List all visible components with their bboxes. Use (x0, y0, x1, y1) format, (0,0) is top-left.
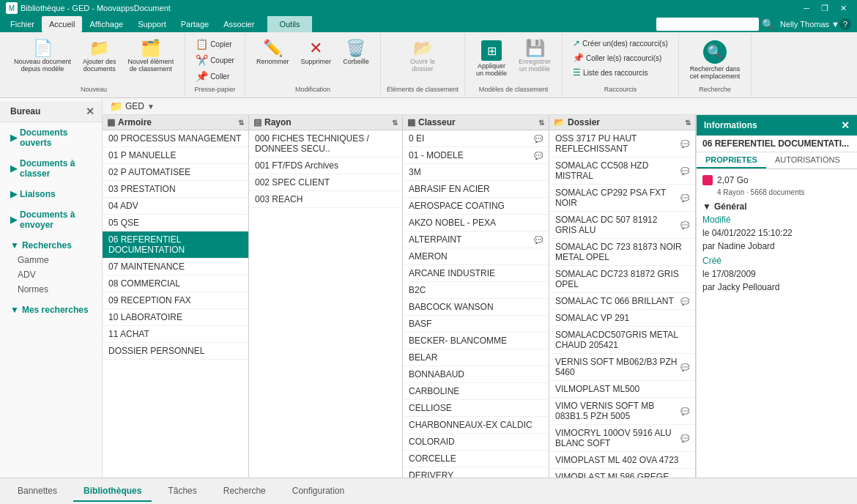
supprimer-btn[interactable]: ✕ Supprimer (295, 37, 336, 69)
classeur-item-01-modele[interactable]: 01 - MODELE 💬 (403, 147, 549, 164)
armoire-item-05[interactable]: 05 QSE (103, 215, 248, 231)
armoire-item-02[interactable]: 02 P AUTOMATISEE (103, 164, 248, 181)
dossier-item-somalac-cp292[interactable]: SOMALAC CP292 PSA FXT NOIR 💬 (549, 185, 695, 212)
armoire-item-04[interactable]: 04 ADV (103, 198, 248, 215)
search-input[interactable] (656, 18, 759, 31)
dossier-item-somalac-dc507[interactable]: SOMALAC DC 507 81912 GRIS ALU 💬 (549, 212, 695, 239)
armoire-item-00[interactable]: 00 PROCESSUS MANAGEMENT (103, 130, 248, 147)
dossier-item-somalac-tc066[interactable]: SOMALAC TC 066 BRILLANT 💬 (549, 293, 695, 310)
dossier-item-vernis-soft[interactable]: VERNIS SOFT MB062/B3 PZH 5460 💬 (549, 354, 695, 381)
search-icon[interactable]: 🔍 (762, 18, 774, 30)
classeur-item-arcane[interactable]: ARCANE INDUSTRIE (403, 265, 549, 282)
rechercher-btn[interactable]: 🔍 Rechercher danscet emplacement (685, 37, 746, 84)
sidebar-item-docs-ouverts[interactable]: ▶ Documents ouverts (0, 125, 102, 150)
armoire-item-dp[interactable]: DOSSIER PERSONNEL (103, 343, 248, 360)
dossier-item-vimocryl[interactable]: VIMOCRYL 100OV 5916 ALU BLANC SOFT 💬 (549, 425, 695, 452)
sidebar-item-liaisons[interactable]: ▶ Liaisons (0, 187, 102, 201)
rayon-item-002[interactable]: 002 SPEC CLIENT (249, 174, 402, 191)
sidebar-item-mes-recherches[interactable]: ▼ Mes recherches (0, 303, 102, 317)
dossier-sort-btn[interactable]: ⇅ (685, 119, 691, 127)
ouvrir-dossier-btn[interactable]: 📂 Ouvrir ledossier (404, 37, 441, 76)
classeur-item-basf[interactable]: BASF (403, 316, 549, 333)
classeur-item-celliose[interactable]: CELLIOSE (403, 400, 549, 417)
info-panel-close-btn[interactable]: ✕ (841, 119, 850, 131)
classeur-item-charbonneaux[interactable]: CHARBONNEAUX-EX CALDIC (403, 417, 549, 434)
copier-btn[interactable]: 📋 Copier (191, 37, 239, 51)
armoire-sort-btn[interactable]: ⇅ (238, 119, 244, 127)
sidebar-item-docs-classer[interactable]: ▶ Documents à classer (0, 156, 102, 181)
classeur-item-alterpaint[interactable]: ALTERPAINT 💬 (403, 231, 549, 248)
dossier-item-somalac-dc723-2[interactable]: SOMALAC DC723 81872 GRIS OPEL (549, 266, 695, 293)
rayon-item-003[interactable]: 003 REACH (249, 191, 402, 208)
rayon-sort-btn[interactable]: ⇅ (392, 119, 398, 127)
bottom-tab-bibliotheques[interactable]: Bibliothèques (73, 481, 152, 502)
minimize-btn[interactable]: ─ (799, 4, 814, 13)
renommer-btn[interactable]: ✏️ Renommer (251, 37, 294, 69)
bottom-tab-bannettes[interactable]: Bannettes (7, 481, 67, 502)
armoire-item-11[interactable]: 11 ACHAT (103, 326, 248, 343)
coller-raccourci-btn[interactable]: 📌 Coller le(s) raccourci(s) (568, 51, 672, 64)
coller-btn[interactable]: 📌 Coller (191, 69, 239, 84)
sidebar-item-adv[interactable]: ADV (0, 267, 102, 282)
ajouter-docs-btn[interactable]: 📁 Ajouter desdocuments (78, 37, 122, 76)
classeur-item-abrasif[interactable]: ABRASIF EN ACIER (403, 181, 549, 198)
nouvel-element-btn[interactable]: 🗂️ Nouvel élémentde classement (123, 37, 179, 76)
help-btn[interactable]: ? (839, 18, 851, 30)
classeur-item-becker[interactable]: BECKER- BLANCOMME (403, 333, 549, 349)
rayon-item-000[interactable]: 000 FICHES TECHNIQUES / DONNEES SECU.. (249, 130, 402, 158)
user-info[interactable]: Nelly Thomas ▼ (780, 20, 839, 29)
classeur-item-carboline[interactable]: CARBOLINE (403, 383, 549, 400)
dossier-item-somalacdc507[interactable]: SOMALACDC507GRIS METAL CHAUD 205421 (549, 327, 695, 354)
close-btn[interactable]: ✕ (836, 4, 851, 13)
sidebar-item-docs-envoyer[interactable]: ▶ Documents à envoyer (0, 207, 102, 232)
classeur-item-akzo[interactable]: AKZO NOBEL - PEXA (403, 215, 549, 231)
restore-btn[interactable]: ❐ (817, 4, 833, 13)
rayon-item-001[interactable]: 001 FT/FDS Archives (249, 158, 402, 174)
menu-partage[interactable]: Partage (174, 16, 217, 32)
classeur-item-3m[interactable]: 3M (403, 164, 549, 181)
dossier-item-somalac-vp291[interactable]: SOMALAC VP 291 (549, 310, 695, 327)
classeur-sort-btn[interactable]: ⇅ (538, 119, 544, 127)
dossier-item-oss3717[interactable]: OSS 3717 PU HAUT REFLECHISSANT 💬 (549, 130, 695, 158)
classeur-item-coloraid[interactable]: COLORAID (403, 434, 549, 451)
menu-accueil[interactable]: Accueil (42, 16, 82, 32)
classeur-item-babcock[interactable]: BABCOCK WANSON (403, 299, 549, 316)
dossier-item-vimoplast-ml402[interactable]: VIMOPLAST ML 402 OVA 4723 (549, 452, 695, 469)
couper-btn[interactable]: ✂️ Couper (191, 53, 239, 67)
dossier-item-somalac-cc508[interactable]: SOMALAC CC508 HZD MISTRAL 💬 (549, 158, 695, 185)
dossier-item-somalac-dc723[interactable]: SOMALAC DC 723 81873 NOIR METAL OPEL (549, 239, 695, 266)
sidebar-item-recherches[interactable]: ▼ Recherches (0, 238, 102, 253)
nouveau-doc-btn[interactable]: 📄 Nouveau documentdepuis modèle (9, 37, 76, 76)
classeur-item-corcelle[interactable]: CORCELLE (403, 451, 549, 467)
sidebar-item-normes[interactable]: Normes (0, 282, 102, 297)
armoire-item-03[interactable]: 03 PRESTATION (103, 181, 248, 198)
liste-raccourcis-btn[interactable]: ☰ Liste des raccourcis (568, 66, 672, 79)
bottom-tab-taches[interactable]: Tâches (157, 481, 207, 502)
bottom-tab-configuration[interactable]: Configuration (282, 481, 355, 502)
classeur-item-aerospace[interactable]: AEROSPACE COATING (403, 198, 549, 215)
sidebar-close-btn[interactable]: ✕ (86, 105, 94, 117)
armoire-item-10[interactable]: 10 LABORATOIRE (103, 309, 248, 326)
info-tab-proprietes[interactable]: PROPRIETES (697, 152, 766, 168)
menu-affichage[interactable]: Affichage (82, 16, 130, 32)
classeur-item-b2c[interactable]: B2C (403, 282, 549, 299)
classeur-item-0ei[interactable]: 0 EI 💬 (403, 130, 549, 147)
classeur-item-derivery[interactable]: DERIVERY (403, 467, 549, 478)
sidebar-item-gamme[interactable]: Gamme (0, 253, 102, 267)
menu-fichier[interactable]: Fichier (3, 16, 42, 32)
armoire-item-07[interactable]: 07 MAINTENANCE (103, 259, 248, 275)
menu-support[interactable]: Support (130, 16, 174, 32)
corbeille-btn[interactable]: 🗑️ Corbeille (338, 37, 374, 69)
enregistrer-modele-btn[interactable]: 💾 Enregistrerun modèle (513, 37, 556, 76)
classeur-item-bonnabaud[interactable]: BONNABAUD (403, 366, 549, 383)
breadcrumb-dropdown[interactable]: ▼ (147, 103, 155, 111)
appliquer-modele-btn[interactable]: ⊞ Appliquerun modèle (471, 37, 512, 81)
menu-associer[interactable]: Associer (216, 16, 261, 32)
armoire-item-06[interactable]: 06 REFERENTIEL DOCUMENTATION (103, 231, 248, 259)
info-tab-autorisations[interactable]: AUTORISATIONS (766, 152, 849, 168)
armoire-item-08[interactable]: 08 COMMERCIAL (103, 275, 248, 292)
dossier-item-vimoplast-ml586[interactable]: VIMOPLAST ML586 GREGE FONCE METAL 💬 (549, 469, 695, 478)
classeur-item-ameron[interactable]: AMERON (403, 248, 549, 265)
armoire-item-09[interactable]: 09 RECEPTION FAX (103, 292, 248, 309)
creer-raccourci-btn[interactable]: ↗ Créer un(des) raccourci(s) (568, 37, 672, 50)
